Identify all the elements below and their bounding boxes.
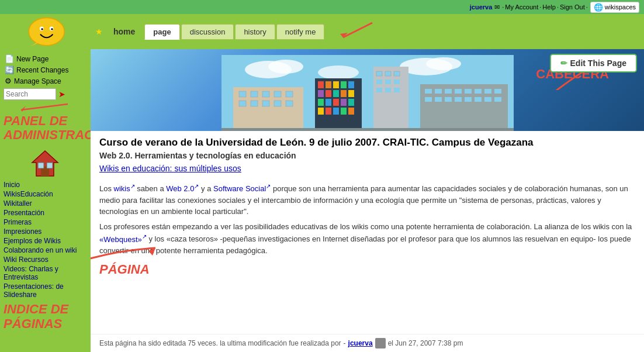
- svg-rect-73: [465, 97, 472, 102]
- svg-rect-10: [38, 163, 44, 168]
- tab-page[interactable]: page: [144, 24, 179, 40]
- svg-rect-36: [326, 90, 331, 97]
- nav-wikiseducacion[interactable]: WikisEducación: [4, 190, 87, 198]
- page-index: Inicio WikisEducación Wikitaller Present…: [4, 181, 87, 299]
- search-row: ➤: [4, 88, 87, 100]
- nav-wikitaller[interactable]: Wikitaller: [4, 199, 87, 208]
- hero-image: CABECERA ✏ Edit This Page: [91, 49, 644, 131]
- sidebar-item-recent-changes[interactable]: 🔄 Recent Changes: [4, 65, 87, 75]
- svg-point-4: [51, 28, 53, 30]
- svg-point-15: [318, 65, 359, 80]
- tab-notify[interactable]: notify me: [276, 24, 325, 40]
- svg-rect-77: [221, 128, 514, 131]
- svg-rect-56: [394, 80, 400, 84]
- username-label: jcuerva: [470, 4, 493, 11]
- edit-button-label: Edit This Page: [570, 58, 626, 68]
- nav-videos[interactable]: Videos: Charlas y Entrevistas: [4, 265, 87, 281]
- nav-inicio[interactable]: Inicio: [4, 181, 87, 189]
- svg-rect-45: [318, 108, 324, 115]
- nav-primeras[interactable]: Primeras: [4, 218, 87, 226]
- svg-rect-50: [373, 67, 408, 131]
- svg-rect-34: [348, 81, 354, 88]
- wikis-link[interactable]: wikis: [114, 184, 135, 193]
- svg-rect-35: [318, 90, 324, 97]
- page-title: Curso de verano de la Universidad de Leó…: [99, 137, 635, 149]
- arrow-to-history: [331, 20, 378, 43]
- sidebar-item-manage-space[interactable]: ⚙ Manage Space: [4, 76, 87, 86]
- webquest-link[interactable]: «Webquest»: [99, 235, 147, 244]
- pencil-icon: ✏: [560, 58, 567, 68]
- wikispaces-label: wikispaces: [605, 4, 636, 11]
- svg-point-17: [426, 57, 461, 70]
- logo-area: [0, 14, 91, 49]
- tab-history[interactable]: history: [235, 24, 275, 40]
- svg-rect-41: [326, 99, 331, 106]
- recent-changes-icon: 🔄: [5, 65, 14, 74]
- svg-rect-71: [445, 97, 452, 102]
- arrow-to-pagina: [91, 245, 179, 268]
- manage-space-icon: ⚙: [5, 77, 12, 85]
- nav-ejemplos[interactable]: Ejemplos de Wikis: [4, 237, 87, 245]
- sign-out-link[interactable]: Sign Out: [560, 4, 585, 11]
- paragraph-1: Los wikis saben a Web 2.0 y a Software S…: [99, 182, 635, 218]
- house-area: [4, 143, 87, 180]
- arrow-area: [4, 101, 87, 113]
- svg-rect-26: [262, 101, 269, 106]
- svg-rect-58: [385, 88, 391, 92]
- svg-rect-75: [484, 97, 491, 102]
- svg-rect-63: [445, 89, 452, 94]
- nav-colaborando[interactable]: Colaborando en un wiki: [4, 246, 87, 254]
- svg-rect-57: [376, 88, 382, 92]
- help-link[interactable]: Help: [542, 4, 556, 11]
- svg-rect-11: [47, 163, 53, 168]
- nav-wiki-recursos[interactable]: Wiki Recursos: [4, 256, 87, 264]
- header-row: ★ home page discussion history notify me: [0, 14, 644, 49]
- svg-rect-39: [348, 90, 354, 97]
- svg-rect-65: [465, 89, 472, 94]
- wikispaces-button[interactable]: 🌐 wikispaces: [590, 2, 639, 13]
- sidebar-item-new-page[interactable]: 📄 New Page: [4, 54, 87, 64]
- svg-rect-32: [333, 81, 339, 88]
- search-input[interactable]: [4, 88, 56, 100]
- page-subtitle: Web 2.0. Herramientas y tecnologías en e…: [99, 151, 635, 160]
- svg-rect-69: [425, 97, 432, 102]
- house-icon: [29, 148, 61, 177]
- svg-rect-52: [385, 71, 391, 76]
- edit-this-page-button[interactable]: ✏ Edit This Page: [550, 54, 637, 73]
- svg-rect-49: [348, 108, 354, 115]
- recent-changes-label: Recent Changes: [16, 66, 68, 74]
- web20-link[interactable]: Web 2.0: [166, 184, 199, 193]
- svg-rect-68: [494, 89, 501, 94]
- arrow-to-admin: [9, 101, 79, 113]
- building-illustration: [221, 55, 514, 131]
- svg-rect-43: [341, 99, 347, 106]
- separator: ·: [502, 4, 504, 11]
- nav-impresiones[interactable]: Impresiones: [4, 227, 87, 236]
- my-account-link[interactable]: My Account: [505, 4, 538, 11]
- pagina-area: PÁGINA: [99, 263, 150, 277]
- main-layout: 📄 New Page 🔄 Recent Changes ⚙ Manage Spa…: [0, 49, 644, 352]
- svg-rect-61: [425, 89, 432, 94]
- svg-rect-20: [251, 91, 258, 97]
- software-social-link[interactable]: Software Social: [213, 184, 271, 193]
- manage-space-label: Manage Space: [14, 77, 61, 85]
- search-button[interactable]: ➤: [58, 89, 65, 99]
- svg-rect-46: [326, 108, 331, 115]
- index-annotation: INDICE DE PÁGINAS: [4, 302, 87, 330]
- footer-user-link[interactable]: jcuerva: [348, 339, 373, 347]
- new-page-label: New Page: [16, 55, 49, 63]
- svg-point-14: [268, 60, 303, 74]
- tab-discussion[interactable]: discussion: [181, 24, 234, 40]
- nav-presentacion[interactable]: Presentación: [4, 209, 87, 217]
- svg-rect-74: [475, 97, 482, 102]
- star-icon: ★: [95, 27, 103, 36]
- svg-rect-19: [239, 91, 246, 97]
- main-wiki-link[interactable]: Wikis en educación: sus múltiples usos: [99, 164, 241, 173]
- nav-presentaciones[interactable]: Presentaciones: de Slideshare: [4, 282, 87, 299]
- svg-rect-70: [435, 97, 442, 102]
- svg-rect-23: [286, 91, 293, 97]
- content-wrapper: CABECERA ✏ Edit This Page Curso de veran…: [91, 49, 644, 352]
- svg-rect-44: [348, 99, 354, 106]
- svg-rect-33: [341, 81, 347, 88]
- tab-home[interactable]: home: [105, 24, 143, 39]
